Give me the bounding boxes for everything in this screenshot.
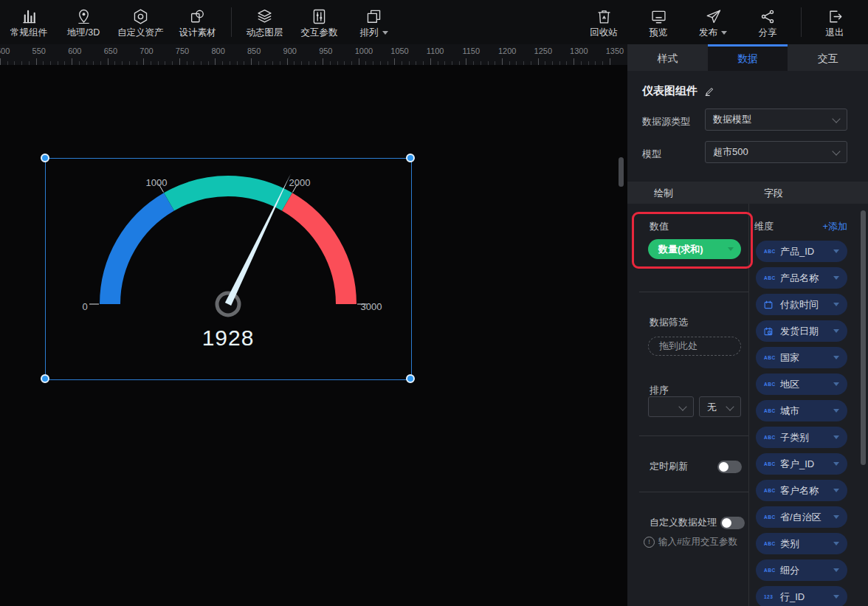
toolbar-item-share[interactable]: 分享 — [740, 0, 795, 44]
toolbar-item-label: 自定义资产 — [117, 27, 164, 39]
chevron-down-icon[interactable] — [833, 356, 839, 359]
toolbar-item-label: 交互参数 — [301, 27, 338, 39]
panel-subtabs: 绘制 字段 — [627, 182, 868, 204]
toolbar-item-recycle-bin[interactable]: 回收站 — [576, 0, 631, 44]
selection-handle-top-right[interactable] — [406, 154, 415, 162]
canvas-scrollbar[interactable] — [619, 157, 624, 187]
toolbar-item-custom-assets[interactable]: 自定义资产 — [111, 0, 170, 44]
chevron-down-icon[interactable] — [833, 568, 839, 572]
chevron-down-icon — [728, 247, 734, 251]
exit-icon — [827, 8, 844, 25]
toolbar-item-components[interactable]: 常规组件 — [1, 0, 56, 44]
selection-handle-top-left[interactable] — [41, 154, 49, 162]
toolbar-item-preview[interactable]: 预览 — [631, 0, 686, 44]
dimension-field-产品_ID[interactable]: ABC产品_ID — [756, 241, 847, 262]
ruler-label: 1050 — [390, 47, 408, 55]
layers-icon — [256, 8, 273, 25]
toolbar-item-arrange[interactable]: 排列 — [347, 0, 402, 44]
value-measure-pill[interactable]: 数量(求和) — [648, 239, 741, 259]
dimension-field-客户_ID[interactable]: ABC客户_ID — [756, 453, 847, 475]
sliders-icon — [311, 8, 328, 25]
ruler-tick — [394, 58, 395, 65]
dimension-field-发货日期[interactable]: 发货日期 — [756, 320, 847, 342]
divider — [639, 292, 748, 292]
model-select[interactable]: 超市500 — [705, 141, 847, 163]
dimension-field-省/自治区[interactable]: ABC省/自治区 — [756, 506, 847, 528]
dimension-field-客户名称[interactable]: ABC客户名称 — [756, 480, 847, 501]
dimension-field-类别[interactable]: ABC类别 — [756, 533, 847, 554]
sort-field-select[interactable] — [648, 396, 694, 417]
auto-refresh-toggle[interactable] — [717, 461, 742, 473]
datasource-type-select[interactable]: 数据模型 — [705, 109, 847, 131]
filter-drop-zone[interactable]: 拖到此处 — [648, 337, 741, 356]
chevron-down-icon[interactable] — [833, 515, 839, 519]
add-dimension-link[interactable]: +添加 — [822, 220, 847, 233]
chevron-down-icon[interactable] — [833, 462, 839, 466]
chevron-down-icon[interactable] — [833, 303, 839, 306]
datasource-type-value: 数据模型 — [713, 109, 751, 130]
ruler-tick — [108, 58, 108, 65]
ruler-label: 550 — [32, 47, 46, 55]
chevron-down-icon — [678, 402, 686, 410]
toolbar-item-label: 排列 — [360, 27, 388, 39]
dimension-field-产品名称[interactable]: ABC产品名称 — [756, 267, 847, 289]
chevron-down-icon[interactable] — [833, 542, 839, 545]
ruler-tick — [251, 58, 252, 65]
dimension-field-地区[interactable]: ABC地区 — [756, 373, 847, 395]
gauge-arc-segment — [110, 202, 169, 304]
info-icon — [644, 537, 655, 548]
toolbar-item-geo-3d[interactable]: 地理/3D — [56, 0, 111, 44]
dimension-field-行_ID[interactable]: 123行_ID — [756, 586, 847, 606]
sort-order-select[interactable]: 无 — [699, 396, 741, 417]
toolbar-item-dynamic-layers[interactable]: 动态图层 — [238, 0, 292, 44]
toolbar-left-group: 常规组件地理/3D自定义资产设计素材动态图层交互参数排列 — [1, 0, 402, 44]
chevron-down-icon[interactable] — [833, 276, 839, 280]
ruler-label: 1100 — [427, 47, 444, 55]
toolbar-item-design-assets[interactable]: 设计素材 — [170, 0, 225, 44]
ruler-label: 750 — [176, 47, 189, 55]
design-canvas[interactable]: 01000200030001928 — [0, 65, 627, 606]
dimension-field-细分[interactable]: ABC细分 — [756, 559, 847, 581]
dimension-field-label: 产品_ID — [780, 241, 814, 262]
dimension-section-label: 维度 — [754, 220, 774, 233]
tab-data[interactable]: 数据 — [708, 44, 788, 71]
tab-interact[interactable]: 交互 — [788, 44, 868, 71]
selection-handle-bottom-right[interactable] — [406, 374, 415, 383]
chevron-down-icon[interactable] — [833, 249, 839, 253]
selection-handle-bottom-left[interactable] — [41, 374, 49, 383]
panel-scrollbar[interactable] — [861, 210, 866, 465]
toolbar-item-publish[interactable]: 发布 — [686, 0, 740, 44]
chevron-down-icon[interactable] — [833, 435, 839, 439]
filter-drop-placeholder: 拖到此处 — [659, 337, 698, 355]
chevron-down-icon[interactable] — [833, 329, 839, 333]
dimension-field-label: 付款时间 — [780, 294, 819, 315]
toolbar-item-label: 常规组件 — [10, 27, 47, 39]
subtab-fields[interactable]: 字段 — [764, 187, 783, 200]
dimension-field-国家[interactable]: ABC国家 — [756, 347, 847, 368]
dimension-field-label: 类别 — [780, 533, 799, 554]
ruler-tick — [287, 58, 288, 65]
chevron-down-icon — [832, 114, 840, 123]
dimension-field-付款时间[interactable]: 付款时间 — [756, 294, 847, 315]
toolbar-item-interact-params[interactable]: 交互参数 — [292, 0, 347, 44]
tab-style[interactable]: 样式 — [627, 44, 708, 71]
dimension-field-子类别[interactable]: ABC子类别 — [756, 427, 847, 448]
share-icon — [760, 8, 776, 25]
chevron-down-icon[interactable] — [833, 409, 839, 413]
chevron-down-icon[interactable] — [833, 489, 839, 492]
ruler-tick — [0, 58, 1, 65]
toolbar-item-exit[interactable]: 退出 — [807, 0, 862, 44]
chevron-down-icon[interactable] — [833, 595, 839, 599]
edit-icon[interactable] — [704, 86, 715, 97]
toolbar-item-label: 回收站 — [590, 27, 618, 39]
dimension-field-城市[interactable]: ABC城市 — [756, 400, 847, 421]
ruler-label: 1300 — [570, 47, 588, 55]
ruler-tick — [179, 58, 180, 65]
dimension-field-label: 发货日期 — [780, 320, 819, 342]
subtab-draw[interactable]: 绘制 — [654, 187, 673, 200]
custom-data-toggle[interactable] — [720, 517, 745, 529]
top-toolbar: 常规组件地理/3D自定义资产设计素材动态图层交互参数排列 回收站预览发布分享退出 — [0, 0, 868, 45]
chart-bars-icon — [21, 8, 38, 25]
gauge-axis-label: 2000 — [289, 177, 311, 188]
chevron-down-icon[interactable] — [833, 382, 839, 386]
